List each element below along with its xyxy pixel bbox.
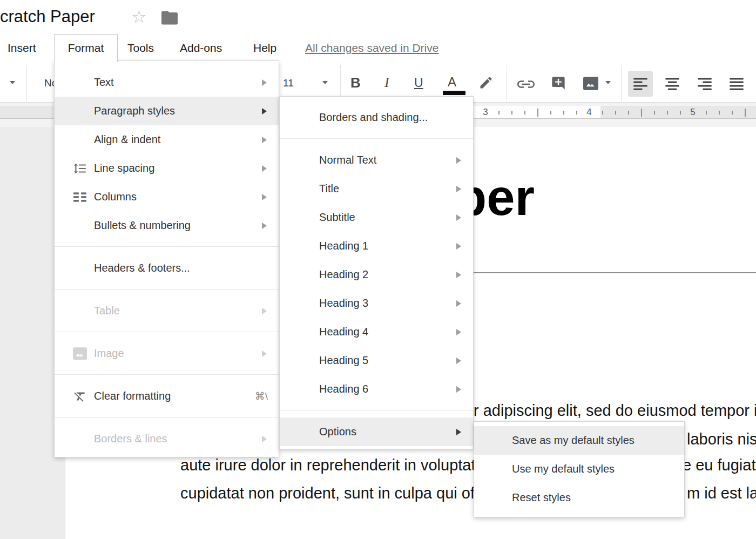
folder-icon[interactable] [161, 11, 178, 27]
submenu-item-heading-3[interactable]: Heading 3 [280, 289, 473, 318]
submenu-arrow-icon [262, 194, 267, 200]
paint-format-icon[interactable] [478, 75, 494, 92]
align-right-button[interactable] [692, 71, 717, 97]
insert-comment-icon[interactable] [551, 76, 566, 93]
menu-item-columns[interactable]: Columns [55, 183, 279, 211]
toolbar-separator [621, 65, 622, 103]
document-text-line[interactable]: m id est laborum [687, 484, 756, 502]
menubar-format-open[interactable]: Format [54, 34, 118, 62]
italic-button[interactable]: I [384, 75, 389, 91]
submenu-arrow-icon [262, 223, 267, 229]
star-icon[interactable]: ☆ [131, 8, 147, 25]
ruler-number: 3 [480, 107, 491, 118]
ruler-tick [654, 111, 655, 114]
submenu-arrow-icon [456, 186, 461, 192]
ruler-tick [615, 111, 616, 114]
insert-image-caret-icon[interactable] [605, 81, 611, 84]
submenu-item-normal-text[interactable]: Normal Text [280, 146, 473, 174]
submenu-arrow-icon [262, 137, 267, 143]
submenu-arrow-icon [456, 329, 461, 335]
ruler-tick [706, 111, 707, 114]
ruler-tick [745, 109, 746, 117]
document-text-line[interactable]: e eu fugiat nulla pariatur. Excep [683, 456, 756, 474]
submenu-item-heading-2[interactable]: Heading 2 [280, 260, 473, 289]
toolbar-dropdown-caret-icon[interactable] [10, 81, 15, 84]
format-menu: Text Paragraph styles Align & indent Lin… [54, 60, 279, 457]
google-docs-window: Scratch Paper r adipiscing elit, sed do … [0, 0, 756, 539]
menu-divider [280, 403, 473, 417]
align-left-button[interactable] [628, 71, 653, 97]
ruler-tick [602, 111, 603, 114]
submenu-arrow-icon [456, 300, 461, 307]
paragraph-styles-submenu: Borders and shading... Normal Text Title… [279, 96, 474, 449]
submenu-arrow-icon [456, 386, 461, 393]
ruler-number: 5 [687, 107, 698, 118]
menu-divider [280, 132, 473, 146]
ruler-tick [537, 109, 538, 117]
font-size-value[interactable]: 11 [283, 77, 294, 89]
submenu-arrow-icon [262, 308, 267, 314]
columns-icon [65, 192, 94, 203]
document-text-line[interactable]: r adipiscing elit, sed do eiusmod tempor… [474, 401, 756, 420]
menubar-insert[interactable]: Insert [8, 35, 36, 61]
submenu-item-subtitle[interactable]: Subtitle [280, 203, 473, 232]
menubar-addons[interactable]: Add-ons [180, 35, 222, 61]
insert-link-icon[interactable] [517, 78, 535, 92]
menu-item-paragraph-styles[interactable]: Paragraph styles [55, 97, 279, 125]
menu-item-table: Table [55, 297, 279, 325]
submenu-arrow-icon [456, 358, 461, 364]
ruler-tick [511, 111, 512, 114]
submenu-arrow-icon [456, 429, 461, 435]
line-spacing-icon [65, 161, 94, 176]
submenu-arrow-icon [262, 79, 267, 86]
submenu-arrow-icon [262, 165, 267, 172]
menu-divider [55, 368, 279, 382]
submenu-item-borders-shading[interactable]: Borders and shading... [280, 103, 473, 132]
submenu-arrow-icon [456, 243, 461, 250]
save-status-link[interactable]: All changes saved in Drive [305, 35, 438, 61]
submenu-item-heading-4[interactable]: Heading 4 [280, 318, 473, 346]
submenu-arrow-icon [262, 351, 267, 357]
toolbar-separator [507, 65, 507, 103]
align-justify-button[interactable] [724, 71, 749, 97]
text-color-swatch [443, 91, 465, 95]
submenu-item-save-default-styles[interactable]: Save as my default styles [474, 426, 684, 455]
toolbar-separator [26, 65, 27, 103]
menu-item-clear-formatting[interactable]: Clear formatting ⌘\ [55, 382, 279, 410]
submenu-item-use-default-styles[interactable]: Use my default styles [474, 455, 684, 483]
submenu-arrow-icon [262, 436, 267, 442]
submenu-item-options[interactable]: Options [280, 417, 473, 446]
text-color-button[interactable]: A [448, 75, 456, 90]
font-size-caret-icon[interactable] [322, 81, 328, 84]
menu-item-align-indent[interactable]: Align & indent [55, 125, 279, 154]
menu-item-line-spacing[interactable]: Line spacing [55, 154, 279, 183]
menubar-tools[interactable]: Tools [127, 35, 154, 61]
insert-image-icon[interactable] [583, 77, 598, 92]
menu-item-headers-footers[interactable]: Headers & footers... [55, 254, 279, 282]
submenu-arrow-icon [262, 108, 267, 114]
ruler-tick [563, 111, 564, 114]
ruler-tick [576, 111, 577, 114]
menu-divider [55, 282, 279, 297]
underline-button[interactable]: U [414, 76, 423, 90]
submenu-item-title[interactable]: Title [280, 174, 473, 203]
bold-button[interactable]: B [350, 75, 361, 91]
ruler-tick [680, 111, 681, 114]
align-center-button[interactable] [660, 71, 685, 97]
menu-divider [55, 325, 279, 339]
submenu-arrow-icon [456, 214, 461, 221]
menu-item-text[interactable]: Text [55, 68, 279, 97]
document-text-line[interactable]: laboris nisi ut aliquip ex [687, 430, 756, 448]
submenu-item-heading-1[interactable]: Heading 1 [280, 232, 473, 260]
menu-item-bullets-numbering[interactable]: Bullets & numbering [55, 211, 279, 240]
menu-item-borders-lines: Borders & lines [55, 425, 279, 453]
ruler-tick [667, 111, 668, 114]
submenu-item-heading-6[interactable]: Heading 6 [280, 375, 473, 403]
submenu-item-heading-5[interactable]: Heading 5 [280, 346, 473, 375]
menubar-help[interactable]: Help [253, 35, 276, 61]
image-icon [65, 347, 94, 360]
doc-title[interactable]: cratch Paper [0, 7, 95, 26]
submenu-arrow-icon [456, 272, 461, 278]
ruler-number: 4 [584, 107, 595, 118]
submenu-item-reset-styles[interactable]: Reset styles [474, 483, 684, 512]
